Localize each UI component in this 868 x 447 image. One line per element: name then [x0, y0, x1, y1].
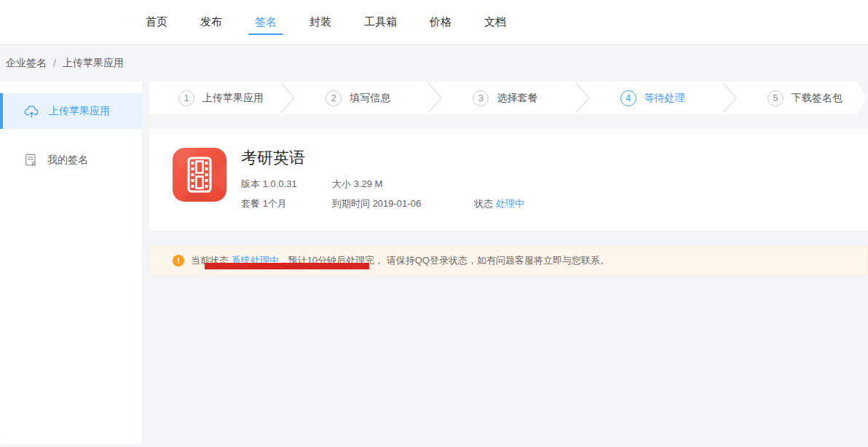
sidebar-item-my-signatures[interactable]: 我的签名 — [0, 142, 142, 178]
steps-bar: 1 上传苹果应用 2 填写信息 3 选择套餐 — [149, 82, 868, 114]
step-label: 填写信息 — [350, 92, 390, 105]
app-expire-date: 到期时间 2019-01-06 — [332, 197, 474, 210]
nav-item-home[interactable]: 首页 — [146, 0, 167, 44]
nav-item-publish[interactable]: 发布 — [200, 0, 222, 44]
app-card: 考研英语 版本 1.0.0.31 大小 3.29 M 套餐 1个月 到期时间 2… — [149, 129, 868, 231]
chevron-right-icon — [279, 82, 296, 114]
nav-item-price[interactable]: 价格 — [430, 0, 451, 44]
step-upload-apple-app: 1 上传苹果应用 — [149, 90, 279, 106]
step-label: 选择套餐 — [497, 92, 537, 105]
step-fill-info: 2 填写信息 — [296, 90, 426, 106]
step-number: 3 — [473, 90, 489, 106]
signature-doc-icon — [24, 153, 38, 167]
chevron-right-icon — [426, 82, 443, 114]
warning-icon: ! — [173, 255, 184, 266]
step-number: 2 — [326, 90, 342, 106]
app-size: 大小 3.29 M — [332, 178, 474, 191]
app-meta: 版本 1.0.0.31 大小 3.29 M 套餐 1个月 到期时间 2019-0… — [241, 178, 524, 210]
step-label: 上传苹果应用 — [202, 92, 264, 105]
processing-alert: ! 当前状态 系统处理中，预计10分钟后处理完， 请保持QQ登录状态，如有问题客… — [149, 246, 868, 275]
step-label: 下载签名包 — [792, 92, 843, 105]
content-layout: 上传苹果应用 我的签名 1 — [0, 82, 868, 444]
film-strip-app-icon — [173, 148, 226, 202]
breadcrumb-current: 上传苹果应用 — [63, 57, 124, 70]
page: 首页 发布 签名 封装 工具箱 价格 文档 企业签名 / 上传苹果应用 — [0, 0, 868, 447]
nav-item-toolbox[interactable]: 工具箱 — [364, 0, 397, 44]
app-version: 版本 1.0.0.31 — [241, 178, 332, 191]
status-value: 处理中 — [496, 198, 524, 209]
breadcrumb-separator: / — [53, 58, 56, 69]
meta-spacer — [474, 178, 524, 191]
step-label: 等待处理 — [644, 92, 685, 105]
sidebar-item-label: 上传苹果应用 — [49, 105, 110, 118]
step-choose-plan: 3 选择套餐 — [443, 90, 573, 106]
top-nav: 首页 发布 签名 封装 工具箱 价格 文档 — [0, 0, 868, 45]
sidebar: 上传苹果应用 我的签名 — [0, 82, 142, 444]
nav-item-docs[interactable]: 文档 — [484, 0, 506, 44]
sidebar-item-upload-apple-app[interactable]: 上传苹果应用 — [0, 93, 142, 129]
step-download-package: 5 下载签名包 — [738, 90, 868, 106]
main-content: 1 上传苹果应用 2 填写信息 3 选择套餐 — [149, 82, 868, 275]
sidebar-item-label: 我的签名 — [47, 154, 88, 167]
breadcrumb-parent[interactable]: 企业签名 — [6, 57, 47, 70]
nav-menu: 首页 发布 签名 封装 工具箱 价格 文档 — [0, 0, 868, 44]
app-info: 考研英语 版本 1.0.0.31 大小 3.29 M 套餐 1个月 到期时间 2… — [241, 148, 524, 231]
chevron-right-icon — [574, 82, 591, 114]
step-wait-processing: 4 等待处理 — [591, 90, 721, 106]
breadcrumb: 企业签名 / 上传苹果应用 — [0, 45, 868, 82]
step-number: 4 — [620, 90, 636, 106]
nav-item-signature[interactable]: 签名 — [255, 0, 277, 44]
step-number: 5 — [768, 90, 784, 106]
step-number: 1 — [178, 90, 194, 106]
app-plan: 套餐 1个月 — [241, 197, 332, 210]
red-underline-annotation — [205, 263, 369, 269]
cloud-upload-icon — [24, 104, 39, 119]
app-status: 状态 处理中 — [474, 197, 524, 210]
app-title: 考研英语 — [241, 148, 524, 168]
nav-item-package[interactable]: 封装 — [309, 0, 331, 44]
chevron-right-icon — [721, 82, 738, 114]
